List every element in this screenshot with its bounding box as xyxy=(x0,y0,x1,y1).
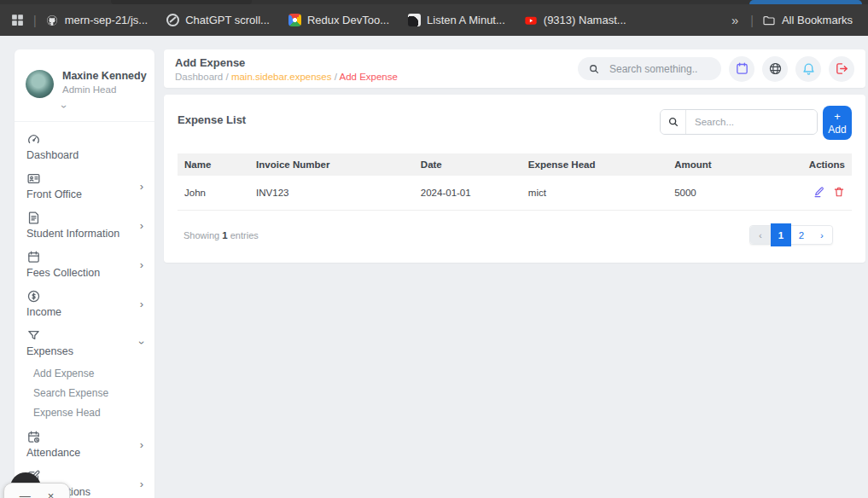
chrome-webstore-icon xyxy=(288,14,301,26)
sidebar-divider xyxy=(15,121,154,122)
sidebar: Maxine Kennedy Admin Head › Dashboard Fr… xyxy=(15,49,154,498)
apps-grid-icon[interactable] xyxy=(10,13,25,27)
gauge-icon xyxy=(26,132,143,147)
column-header-date: Date xyxy=(414,153,521,176)
breadcrumb-dashboard[interactable]: Dashboard xyxy=(175,72,223,82)
cell-invoice-number: INV123 xyxy=(249,176,414,211)
listen-a-minute-icon xyxy=(408,14,421,26)
column-header-amount: Amount xyxy=(667,153,802,176)
bookmark-item-listen-a-minute[interactable]: Listen A Minut... xyxy=(408,14,505,26)
bookmarks-overflow-chevron[interactable]: » xyxy=(731,13,738,27)
calendar-clock-icon xyxy=(26,430,143,444)
chevron-down-icon: › xyxy=(135,341,148,345)
chevron-right-icon: › xyxy=(140,219,143,232)
overlay-widget: — × xyxy=(3,483,70,498)
edit-row-button[interactable] xyxy=(813,186,825,198)
chevron-right-icon: › xyxy=(140,478,143,490)
expenses-submenu: Add Expense Search Expense Expense Head xyxy=(15,362,154,425)
page-header: Add Expense Dashboard / main.sidebar.exp… xyxy=(164,49,865,88)
file-lines-icon xyxy=(26,211,143,225)
sidebar-item-dashboard[interactable]: Dashboard xyxy=(15,127,154,166)
header-search-input[interactable] xyxy=(608,62,710,76)
submenu-item-expense-head[interactable]: Expense Head xyxy=(33,402,154,422)
header-search[interactable] xyxy=(578,57,721,80)
sidebar-item-expenses[interactable]: Expenses › xyxy=(15,323,154,362)
sidebar-item-label: Front Office xyxy=(26,188,82,200)
bell-icon xyxy=(801,61,816,76)
table-search-input[interactable] xyxy=(686,110,817,134)
panel-title: Expense List xyxy=(178,113,246,126)
minimize-button[interactable]: — xyxy=(20,490,31,498)
bookmark-label: ChatGPT scroll... xyxy=(185,14,270,26)
user-name: Maxine Kennedy xyxy=(62,70,147,82)
bookmark-item-redux-devtools[interactable]: Redux DevToo... xyxy=(288,14,389,26)
pagination-page-2[interactable]: 2 xyxy=(791,226,812,244)
user-role: Admin Head xyxy=(62,84,147,95)
edit-square-icon xyxy=(26,469,143,484)
search-icon xyxy=(588,63,600,75)
chatgpt-icon xyxy=(166,14,179,26)
search-icon[interactable] xyxy=(661,110,686,134)
signout-icon xyxy=(835,61,849,76)
bookmark-item-github[interactable]: mern-sep-21/js... xyxy=(45,14,149,27)
pagination-prev-button[interactable]: ‹ xyxy=(750,226,771,244)
sidebar-item-label: Dashboard xyxy=(26,149,79,161)
trash-icon xyxy=(833,188,845,200)
pagination-page-1[interactable]: 1 xyxy=(771,223,791,246)
bookmark-label: mern-sep-21/js... xyxy=(65,14,149,26)
submenu-item-search-expense[interactable]: Search Expense xyxy=(33,383,154,402)
table-header-row: Name Invoice Number Date Expense Head Am… xyxy=(178,153,852,176)
dollar-circle-icon xyxy=(26,289,143,304)
avatar[interactable] xyxy=(26,70,54,98)
bookmark-item-youtube[interactable]: (9313) Namast... xyxy=(524,14,626,27)
pagination-next-button[interactable]: › xyxy=(812,226,832,244)
add-expense-button[interactable]: + Add xyxy=(823,106,852,140)
table-search xyxy=(660,109,818,135)
breadcrumb-expenses[interactable]: main.sidebar.expenses xyxy=(231,72,332,82)
profile-chevron-down-icon[interactable]: › xyxy=(62,101,154,113)
github-icon xyxy=(45,14,59,27)
all-bookmarks-button[interactable]: All Bookmarks xyxy=(762,14,853,27)
globe-icon xyxy=(768,61,783,76)
pagination: ‹ 1 2 › xyxy=(749,225,833,245)
bookmarks-separator: | xyxy=(750,14,754,27)
sidebar-item-front-office[interactable]: Front Office › xyxy=(15,166,154,206)
user-profile[interactable]: Maxine Kennedy Admin Head xyxy=(15,49,154,98)
sidebar-item-label: Expenses xyxy=(26,345,73,357)
sidebar-item-label: Attendance xyxy=(26,447,80,459)
bookmark-label: Redux DevToo... xyxy=(307,14,389,26)
sidebar-item-student-information[interactable]: Student Information › xyxy=(15,206,154,245)
sidebar-item-income[interactable]: Income › xyxy=(15,284,154,323)
bookmark-item-chatgpt[interactable]: ChatGPT scroll... xyxy=(166,14,270,26)
sidebar-item-label: Student Information xyxy=(26,228,119,240)
expense-list-panel: Expense List + Add Name I xyxy=(164,95,865,263)
sidebar-item-attendance[interactable]: Attendance › xyxy=(15,425,154,464)
calendar-icon xyxy=(26,250,143,264)
page-title: Add Expense xyxy=(175,56,398,69)
plus-icon: + xyxy=(834,111,841,122)
signout-button[interactable] xyxy=(829,56,854,82)
sidebar-nav: Dashboard Front Office › Student Informa… xyxy=(15,124,154,498)
chevron-right-icon: › xyxy=(140,258,143,271)
bookmark-label: (9313) Namast... xyxy=(544,14,626,26)
browser-blue-button-peek xyxy=(749,0,862,4)
delete-row-button[interactable] xyxy=(833,186,845,198)
id-card-icon xyxy=(26,171,143,186)
youtube-icon xyxy=(524,14,538,27)
sidebar-item-label: Fees Collection xyxy=(26,267,100,279)
calendar-button[interactable] xyxy=(729,56,754,82)
sidebar-item-fees-collection[interactable]: Fees Collection › xyxy=(15,245,154,284)
notifications-button[interactable] xyxy=(795,56,821,82)
close-icon[interactable]: × xyxy=(48,490,55,498)
expense-table: Name Invoice Number Date Expense Head Am… xyxy=(178,153,852,211)
cell-date: 2024-01-01 xyxy=(414,176,521,211)
browser-bookmarks-bar: | mern-sep-21/js... ChatGPT scroll... Re… xyxy=(0,0,868,36)
entries-summary: Showing 1 entries xyxy=(178,230,259,240)
submenu-item-add-expense[interactable]: Add Expense xyxy=(33,363,154,383)
language-button[interactable] xyxy=(762,56,788,82)
cell-name: John xyxy=(178,176,249,211)
breadcrumb-current: Add Expense xyxy=(339,72,397,82)
column-header-expense-head: Expense Head xyxy=(521,153,667,176)
chevron-right-icon: › xyxy=(140,438,143,451)
column-header-name: Name xyxy=(178,153,249,176)
